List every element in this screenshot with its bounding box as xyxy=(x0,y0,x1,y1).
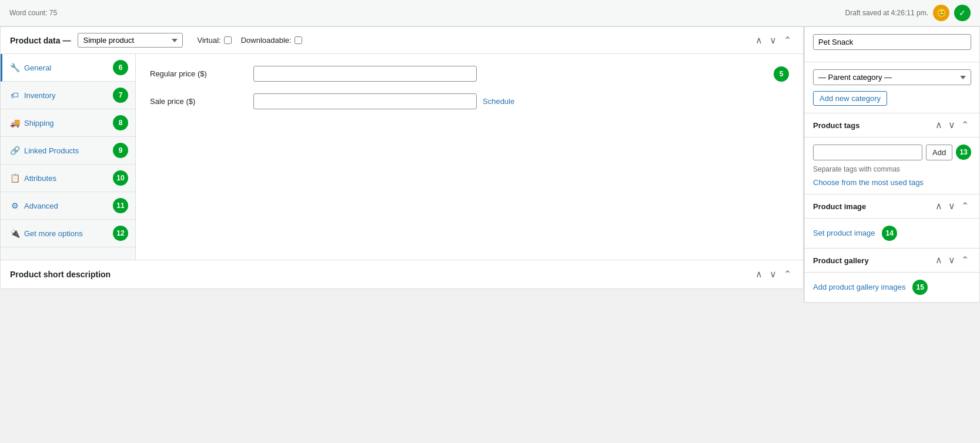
nav-label-attributes: Attributes xyxy=(24,174,108,183)
downloadable-checkbox[interactable] xyxy=(295,36,302,44)
collapse-down-button[interactable]: ∨ xyxy=(767,35,779,46)
nav-item-inventory[interactable]: 🏷 Inventory 7 xyxy=(1,82,135,109)
short-desc-up-button[interactable]: ∧ xyxy=(753,269,765,280)
badge-12: 12 xyxy=(113,226,128,241)
link-icon: 🔗 xyxy=(10,146,19,155)
wrench-icon: 🔧 xyxy=(10,63,19,72)
sale-price-label: Sale price ($) xyxy=(150,97,244,106)
add-new-category-button[interactable]: Add new category xyxy=(813,91,887,106)
nav-label-shipping: Shipping xyxy=(24,119,108,127)
product-data-section: Product data — Simple product Variable p… xyxy=(0,26,804,260)
product-type-select[interactable]: Simple product Variable product Grouped … xyxy=(78,33,183,48)
schedule-link[interactable]: Schedule xyxy=(483,97,514,106)
badge-13: 13 xyxy=(956,145,971,160)
product-gallery-header-controls: ∧ ∨ ⌃ xyxy=(933,254,971,266)
tags-down-button[interactable]: ∨ xyxy=(946,119,958,131)
tags-hint: Separate tags with commas xyxy=(813,165,971,173)
set-product-image-link[interactable]: Set product image xyxy=(813,229,875,237)
truck-icon: 🚚 xyxy=(10,118,19,127)
badge-11: 11 xyxy=(113,198,128,213)
badge-6: 6 xyxy=(113,60,128,75)
product-image-header-controls: ∧ ∨ ⌃ xyxy=(933,200,971,212)
virtual-checkbox[interactable] xyxy=(224,36,232,44)
tag-icon: 🏷 xyxy=(10,90,19,100)
list-icon: 📋 xyxy=(10,173,19,183)
parent-category-select[interactable]: — Parent category — xyxy=(813,69,971,85)
top-bar: Word count: 75 Draft saved at 4:26:11 pm… xyxy=(0,0,980,26)
product-image-body: Set product image 14 xyxy=(805,219,979,248)
nav-label-get-more-options: Get more options xyxy=(24,229,108,238)
tags-collapse-button[interactable]: ⌃ xyxy=(959,119,971,131)
middle-row: Product data — Simple product Variable p… xyxy=(0,26,980,303)
nav-label-general: General xyxy=(24,63,108,72)
product-gallery-panel: Product gallery ∧ ∨ ⌃ Add product galler… xyxy=(804,249,980,303)
nav-item-linked-products[interactable]: 🔗 Linked Products 9 xyxy=(1,137,135,165)
product-short-description-section: Product short description ∧ ∨ ⌃ xyxy=(0,260,804,289)
badge-14: 14 xyxy=(882,226,897,241)
product-tags-panel: Product tags ∧ ∨ ⌃ Add 13 Separate tags … xyxy=(804,113,980,194)
product-data-header: Product data — Simple product Variable p… xyxy=(1,27,803,54)
nav-item-attributes[interactable]: 📋 Attributes 10 xyxy=(1,165,135,192)
sale-price-input-group: Schedule xyxy=(253,93,789,109)
sale-price-row: Sale price ($) Schedule xyxy=(150,93,789,109)
product-data-header-controls: ∧ ∨ ⌃ xyxy=(753,35,794,46)
product-name-panel xyxy=(804,26,980,62)
regular-price-input-group: 5 xyxy=(253,66,789,82)
short-desc-collapse-button[interactable]: ⌃ xyxy=(781,269,794,280)
downloadable-label[interactable]: Downloadable: xyxy=(241,36,302,45)
avatar-green: ✓ xyxy=(954,5,971,21)
virtual-downloadable-group: Virtual: Downloadable: xyxy=(197,36,302,45)
product-tags-body: Add 13 Separate tags with commas Choose … xyxy=(805,137,979,194)
image-collapse-button[interactable]: ⌃ xyxy=(959,200,971,212)
product-name-input[interactable] xyxy=(813,34,971,50)
gallery-collapse-button[interactable]: ⌃ xyxy=(959,254,971,266)
choose-tags-link[interactable]: Choose from the most used tags xyxy=(813,178,924,187)
nav-label-advanced: Advanced xyxy=(24,202,108,210)
add-tag-button[interactable]: Add xyxy=(926,145,952,160)
regular-price-label: Regular price ($) xyxy=(150,69,244,78)
product-tags-header: Product tags ∧ ∨ ⌃ xyxy=(805,113,979,137)
virtual-label[interactable]: Virtual: xyxy=(197,36,231,45)
badge-10: 10 xyxy=(113,170,128,186)
gallery-down-button[interactable]: ∨ xyxy=(946,254,958,266)
product-tags-header-controls: ∧ ∨ ⌃ xyxy=(933,119,971,131)
product-image-title: Product image xyxy=(813,202,866,211)
nav-item-advanced[interactable]: ⚙ Advanced 11 xyxy=(1,192,135,220)
avatar-orange: 😊 xyxy=(933,5,949,21)
gear-icon: ⚙ xyxy=(10,201,19,210)
word-count: Word count: 75 xyxy=(9,9,57,17)
badge-5: 5 xyxy=(774,66,789,82)
nav-label-inventory: Inventory xyxy=(24,91,108,100)
image-down-button[interactable]: ∨ xyxy=(946,200,958,212)
badge-7: 7 xyxy=(113,88,128,103)
product-gallery-title: Product gallery xyxy=(813,256,869,265)
right-sidebar: — Parent category — Add new category Pro… xyxy=(804,26,980,303)
top-bar-right: Draft saved at 4:26:11 pm. 😊 ✓ xyxy=(845,5,971,21)
nav-label-linked-products: Linked Products xyxy=(24,146,108,155)
nav-item-get-more-options[interactable]: 🔌 Get more options 12 xyxy=(1,220,135,247)
product-gallery-body: Add product gallery images 15 xyxy=(805,273,979,302)
plug-icon: 🔌 xyxy=(10,229,19,238)
product-data-body: 🔧 General 6 🏷 Inventory 7 🚚 Shipping xyxy=(1,54,803,260)
product-data-title: Product data — xyxy=(10,36,71,45)
main-content: Product data — Simple product Variable p… xyxy=(0,26,804,303)
badge-9: 9 xyxy=(113,143,128,158)
gallery-up-button[interactable]: ∧ xyxy=(933,254,945,266)
sale-price-input[interactable] xyxy=(253,93,477,109)
tag-input[interactable] xyxy=(813,145,922,160)
short-desc-down-button[interactable]: ∨ xyxy=(767,269,779,280)
product-image-panel: Product image ∧ ∨ ⌃ Set product image 14 xyxy=(804,194,980,249)
badge-8: 8 xyxy=(113,115,128,130)
nav-item-shipping[interactable]: 🚚 Shipping 8 xyxy=(1,109,135,137)
collapse-up-button[interactable]: ∧ xyxy=(753,35,765,46)
draft-saved: Draft saved at 4:26:11 pm. xyxy=(845,9,928,17)
tags-up-button[interactable]: ∧ xyxy=(933,119,945,131)
collapse-button[interactable]: ⌃ xyxy=(781,35,794,46)
product-data-nav: 🔧 General 6 🏷 Inventory 7 🚚 Shipping xyxy=(1,54,136,260)
image-up-button[interactable]: ∧ xyxy=(933,200,945,212)
product-name-body xyxy=(805,27,979,62)
regular-price-input[interactable] xyxy=(253,66,477,82)
nav-item-general[interactable]: 🔧 General 6 xyxy=(1,54,135,82)
categories-body: — Parent category — Add new category xyxy=(805,62,979,113)
add-gallery-link[interactable]: Add product gallery images xyxy=(813,283,906,291)
